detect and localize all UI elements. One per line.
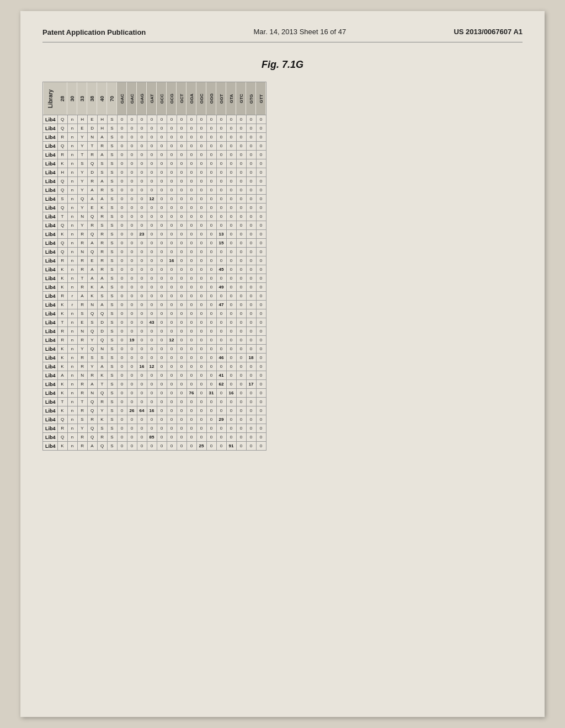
cell-value: 0 [117,380,127,389]
cell-value: 0 [226,318,236,327]
cell-value: 0 [246,248,256,256]
cell-position: N [77,212,87,221]
cell-value: 0 [246,371,256,380]
cell-value: 0 [177,133,186,142]
table-row: Lib4QnYARS000000000000000 [43,186,266,195]
cell-position: S [107,424,117,433]
cell-library: Lib4 [43,389,58,398]
cell-value: 0 [216,327,226,336]
cell-position: R [87,371,97,380]
cell-value: 0 [147,239,157,248]
cell-value: 0 [167,159,177,168]
cell-position: S [97,221,107,230]
cell-position: S [107,301,117,309]
table-row: Lib4SnQAAS0001200000000000 [43,195,266,204]
cell-value: 0 [157,442,167,451]
cell-value: 0 [117,318,127,327]
cell-library: Lib4 [43,133,58,142]
cell-position: S [107,389,117,398]
cell-value: 0 [246,151,256,159]
cell-position: n [67,248,77,256]
table-row: Lib4AnNRKS0000000000410000 [43,371,266,380]
cell-position: R [57,424,67,433]
cell-value: 0 [246,186,256,195]
table-row: Lib4QnRQRS0008500000000000 [43,433,266,442]
cell-position: E [77,318,87,327]
table-row: Lib4KrRNAS0000000000470000 [43,301,266,309]
table-row: Lib4QnNQRS000000000000000 [43,248,266,256]
cell-position: Q [77,195,87,204]
cell-value: 0 [137,371,147,380]
cell-position: R [97,186,107,195]
cell-position: Y [77,168,87,177]
publication-date-sheet: Mar. 14, 2013 Sheet 16 of 47 [254,28,347,36]
col-pos30-header: 30 [67,82,77,115]
cell-value: 0 [246,204,256,212]
cell-value: 0 [236,212,246,221]
cell-value: 0 [236,265,246,274]
cell-position: H [97,115,107,124]
cell-value: 0 [256,133,266,142]
cell-value: 0 [196,380,206,389]
cell-position: N [77,371,87,380]
page-header: Patent Application Publication Mar. 14, … [42,28,523,42]
cell-value: 0 [186,151,196,159]
table-row: Lib4RnRERS0000016000000000 [43,256,266,265]
cell-value: 0 [206,362,216,371]
cell-library: Lib4 [43,265,58,274]
cell-value: 0 [186,124,196,133]
cell-value: 0 [157,274,167,283]
cell-library: Lib4 [43,142,58,151]
header-center: Mar. 14, 2013 Sheet 16 of 47 [254,28,347,36]
cell-library: Lib4 [43,433,58,442]
cell-position: R [77,336,87,345]
col-gac2-header: GAC [127,82,137,115]
cell-value: 0 [186,142,196,151]
cell-position: n [67,389,77,398]
cell-position: Q [97,442,107,451]
cell-position: A [87,265,97,274]
cell-position: R [97,248,107,256]
cell-position: S [97,354,107,362]
cell-value: 0 [196,177,206,186]
cell-value: 0 [177,195,186,204]
cell-position: Q [87,433,97,442]
cell-value: 0 [196,415,206,424]
cell-value: 0 [167,345,177,354]
cell-value: 0 [157,186,167,195]
cell-value: 0 [206,309,216,318]
cell-position: N [97,345,107,354]
cell-value: 0 [177,362,186,371]
cell-value: 0 [127,274,137,283]
cell-value: 0 [147,336,157,345]
cell-position: E [77,124,87,133]
cell-value: 0 [177,256,186,265]
cell-value: 0 [137,221,147,230]
cell-value: 0 [147,371,157,380]
cell-value: 0 [196,151,206,159]
col-ggt-header: GGT [216,82,226,115]
cell-library: Lib4 [43,327,58,336]
cell-position: A [87,380,97,389]
cell-value: 0 [256,371,266,380]
cell-value: 0 [127,318,137,327]
cell-position: R [87,177,97,186]
cell-position: S [57,195,67,204]
cell-value: 0 [157,318,167,327]
cell-value: 0 [127,212,137,221]
cell-position: D [87,124,97,133]
cell-value: 0 [246,221,256,230]
cell-position: A [77,292,87,301]
cell-value: 0 [226,186,236,195]
cell-position: D [87,168,97,177]
cell-position: K [57,301,67,309]
cell-position: Q [87,327,97,336]
cell-value: 25 [196,442,206,451]
cell-value: 0 [226,283,236,292]
cell-value: 0 [157,177,167,186]
cell-position: S [107,230,117,239]
cell-value: 0 [137,318,147,327]
cell-value: 0 [196,248,206,256]
cell-position: Q [57,221,67,230]
cell-value: 0 [196,362,206,371]
